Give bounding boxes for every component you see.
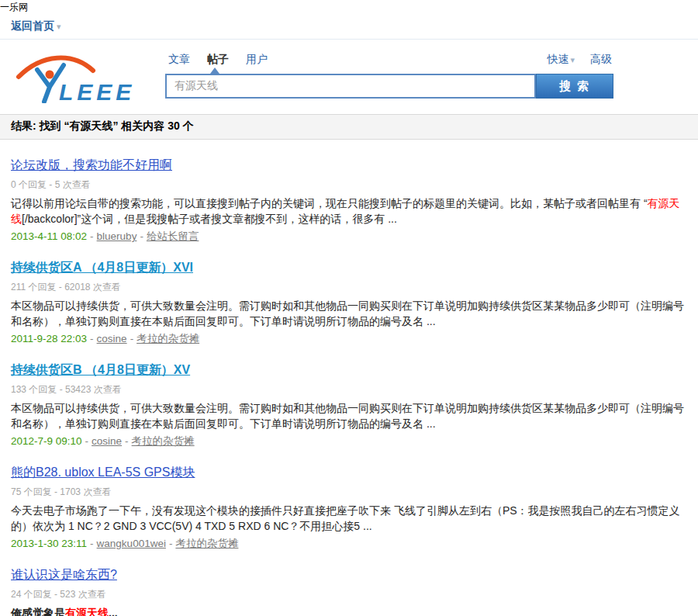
snippet-text: 本区物品可以持续供货，可供大致数量会注明。需订购时如和其他物品一同购买则在下订单… [11,402,684,430]
result-snippet: 本区物品可以持续供货，可供大致数量会注明。需订购时如和其他物品一同购买则在下订单… [11,298,687,329]
search-row: 搜 索 [165,74,613,99]
result-date: 2011-9-28 22:03 [11,333,87,344]
result-author-link[interactable]: wangku001wei [97,538,166,549]
snippet-text: 俺感觉象是 [11,607,65,616]
result-item: 谁认识这是啥东西? 24 个回复 - 523 次查看 俺感觉象是有源天线... … [11,567,687,616]
result-footer: 2012-7-9 09:10-cosine-考拉的杂货摊 [11,434,687,448]
result-snippet: 本区物品可以持续供货，可供大致数量会注明。需订购时如和其他物品一同购买则在下订单… [11,400,687,431]
result-count-bar: 结果: 找到 “有源天线” 相关内容 30 个 [0,114,698,140]
chevron-down-icon: ▾ [570,55,575,64]
top-bar: 返回首页▾ [0,14,698,40]
result-item: 论坛改版，搜索功能不好用啊 0 个回复 - 5 次查看 记得以前用论坛自带的搜索… [11,157,687,244]
logo-text: LEEE [59,79,135,103]
yleee-logo: LEEE [14,52,138,103]
result-title-link[interactable]: 熊的B28. ublox LEA-5S GPS模块 [11,465,195,479]
result-footer: 2013-1-30 23:11-wangku001wei-考拉的杂货摊 [11,537,687,551]
search-area: 文章 帖子 用户 快速▾ 高级 搜 索 [165,52,613,99]
result-snippet: 今天去电子市场跑了一下午，没有发现这个模块的接插件只好直接把座子吹下来 飞线了引… [11,503,687,534]
result-author-link[interactable]: cosine [92,435,122,447]
tab-articles[interactable]: 文章 [168,53,190,67]
logo-head-icon [46,71,54,79]
separator: - [130,333,134,344]
result-snippet: 记得以前用论坛自带的搜索功能，可以直接搜到帖子内的关键词，现在只能搜到帖子的标题… [11,196,687,227]
result-title-link[interactable]: 持续供货区A （4月8日更新）XVI [11,261,193,274]
result-date: 2013-4-11 08:02 [11,230,87,242]
result-footer: 2011-9-28 22:03-cosine-考拉的杂货摊 [11,332,687,346]
back-home-link[interactable]: 返回首页▾ [11,19,61,32]
result-meta: 133 个回复 - 53423 次查看 [11,383,687,396]
search-button[interactable]: 搜 索 [536,74,613,99]
quick-search-link[interactable]: 快速▾ [547,53,575,67]
snippet-text: [/backcolor]”这个词，但是我搜帖子或者搜文章都搜不到，这样的话，很多… [22,213,397,225]
result-meta: 0 个回复 - 5 次查看 [11,178,687,192]
search-tabs: 文章 帖子 用户 [168,53,268,67]
result-title-link[interactable]: 谁认识这是啥东西? [11,568,117,581]
result-category-link[interactable]: 考拉的杂货摊 [132,435,195,447]
result-footer: 2013-4-11 08:02-blueruby-给站长留言 [11,230,687,244]
search-header: LEEE 文章 帖子 用户 快速▾ 高级 搜 索 [0,40,698,114]
snippet-highlight: 有源天线 [65,607,109,616]
separator: - [125,435,129,447]
search-mode-links: 快速▾ 高级 [547,53,612,67]
result-category-link[interactable]: 给站长留言 [147,230,199,242]
tab-posts[interactable]: 帖子 [207,53,229,67]
result-category-link[interactable]: 考拉的杂货摊 [136,333,199,344]
result-item: 熊的B28. ublox LEA-5S GPS模块 75 个回复 - 1703 … [11,465,687,551]
result-snippet: 俺感觉象是有源天线... [11,605,687,616]
result-date: 2012-7-9 09:10 [11,435,82,447]
result-title-link[interactable]: 持续供货区B （4月8日更新）XV [11,363,190,376]
result-meta: 211 个回复 - 62018 次查看 [11,281,687,294]
back-home-label: 返回首页 [11,19,54,32]
site-title: 一乐网 [0,0,698,14]
quick-search-label: 快速 [547,53,568,65]
chevron-down-icon: ▾ [57,22,61,31]
advanced-search-link[interactable]: 高级 [590,53,612,67]
separator: - [140,230,143,242]
separator: - [169,538,173,549]
result-meta: 75 个回复 - 1703 次查看 [11,486,687,499]
separator: - [85,435,89,447]
result-item: 持续供货区B （4月8日更新）XV 133 个回复 - 53423 次查看 本区… [11,362,687,448]
snippet-text: ... [109,607,118,616]
separator: - [90,333,94,344]
snippet-text: 今天去电子市场跑了一下午，没有发现这个模块的接插件只好直接把座子吹下来 飞线了引… [11,504,680,532]
snippet-text: 本区物品可以持续供货，可供大致数量会注明。需订购时如和其他物品一同购买则在下订单… [11,299,684,327]
search-results-list: 论坛改版，搜索功能不好用啊 0 个回复 - 5 次查看 记得以前用论坛自带的搜索… [0,140,698,616]
result-category-link[interactable]: 考拉的杂货摊 [175,538,238,549]
result-author-link[interactable]: cosine [97,333,127,344]
active-tab-pointer-icon [210,67,219,74]
search-input[interactable] [165,74,536,99]
separator: - [90,230,94,242]
result-meta: 24 个回复 - 523 次查看 [11,588,687,601]
result-title-link[interactable]: 论坛改版，搜索功能不好用啊 [11,158,172,171]
result-author-link[interactable]: blueruby [97,230,137,242]
snippet-text: 记得以前用论坛自带的搜索功能，可以直接搜到帖子内的关键词，现在只能搜到帖子的标题… [11,197,648,209]
result-date: 2013-1-30 23:11 [11,538,87,549]
search-tabs-row: 文章 帖子 用户 快速▾ 高级 [165,52,613,67]
result-item: 持续供货区A （4月8日更新）XVI 211 个回复 - 62018 次查看 本… [11,260,687,346]
tab-users[interactable]: 用户 [246,53,268,67]
separator: - [90,538,94,549]
